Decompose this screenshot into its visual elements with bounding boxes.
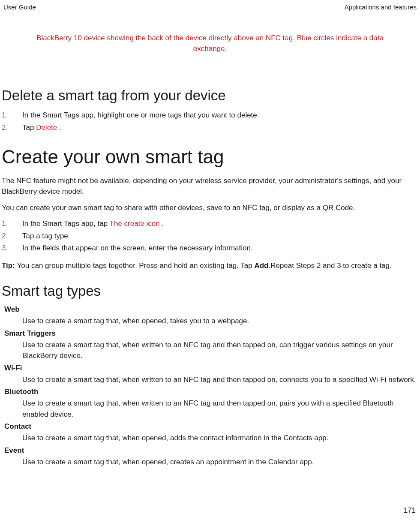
tag-type-desc: Use to create a smart tag that, when wri… bbox=[22, 398, 418, 420]
figure-caption: BlackBerry 10 device showing the back of… bbox=[31, 33, 389, 54]
step-text: . bbox=[162, 219, 164, 228]
list-item: Tap Delete . bbox=[2, 122, 418, 133]
heading-delete-smart-tag: Delete a smart tag from your device bbox=[2, 87, 418, 104]
tag-type-desc: Use to create a smart tag that, when ope… bbox=[22, 316, 418, 327]
create-steps-list: In the Smart Tags app, tap The create ic… bbox=[2, 218, 418, 254]
header-right: Applications and features bbox=[345, 3, 417, 11]
tag-type-desc: Use to create a smart tag that, when ope… bbox=[22, 457, 418, 468]
heading-create-smart-tag: Create your own smart tag bbox=[2, 146, 418, 168]
list-item: In the fields that appear on the screen,… bbox=[2, 243, 418, 254]
tip-text: .Repeat Steps 2 and 3 to create a tag. bbox=[268, 262, 391, 270]
tag-type-desc: Use to create a smart tag that, when wri… bbox=[22, 374, 418, 385]
tag-type-term: Web bbox=[4, 305, 418, 314]
list-item: In the Smart Tags app, tap The create ic… bbox=[2, 218, 418, 229]
list-item: Tap a tag type. bbox=[2, 231, 418, 242]
tag-type-term: Smart Triggers bbox=[4, 329, 418, 338]
delete-steps-list: In the Smart Tags app, highlight one or … bbox=[2, 110, 418, 133]
tag-type-term: Wi-Fi bbox=[4, 364, 418, 373]
tip-label: Tip: bbox=[2, 262, 17, 270]
tag-types-list: Web Use to create a smart tag that, when… bbox=[2, 305, 418, 467]
page-header: User Guide Applications and features bbox=[0, 0, 420, 11]
delete-icon: Delete bbox=[36, 123, 59, 132]
list-item: In the Smart Tags app, highlight one or … bbox=[2, 110, 418, 121]
step-text: In the Smart Tags app, tap bbox=[22, 219, 110, 228]
tip-bold-add: Add bbox=[254, 262, 268, 270]
tag-type-term: Contact bbox=[4, 422, 418, 431]
tag-type-desc: Use to create a smart tag that, when wri… bbox=[22, 340, 418, 361]
tag-type-term: Event bbox=[4, 446, 418, 455]
tip-paragraph: Tip: You can group multiple tags togethe… bbox=[2, 260, 418, 271]
step-text: Tap bbox=[22, 123, 36, 132]
heading-smart-tag-types: Smart tag types bbox=[2, 283, 418, 299]
tip-text: You can group multiple tags together. Pr… bbox=[17, 262, 255, 270]
tag-type-term: Bluetooth bbox=[4, 388, 418, 396]
tag-type-desc: Use to create a smart tag that, when ope… bbox=[22, 433, 418, 444]
paragraph: You can create your own smart tag to sha… bbox=[2, 202, 418, 213]
step-text: . bbox=[59, 123, 61, 132]
paragraph: The NFC feature might not be available, … bbox=[2, 175, 418, 197]
header-left: User Guide bbox=[3, 3, 36, 11]
create-icon: The create icon bbox=[110, 219, 162, 228]
page-number: 171 bbox=[404, 506, 416, 515]
